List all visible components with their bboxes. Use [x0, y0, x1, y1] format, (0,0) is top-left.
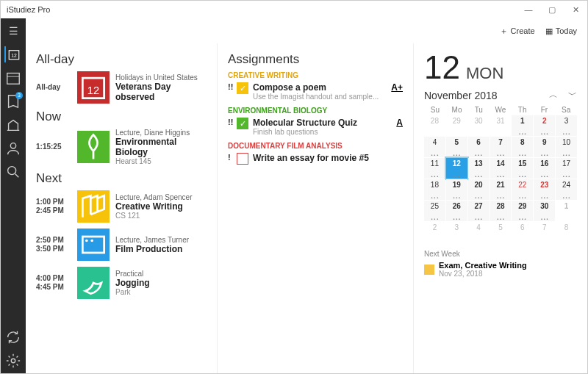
calendar-day[interactable]: 3: [446, 222, 467, 242]
course-icon: [77, 267, 110, 299]
assignment-item[interactable]: !Write an essay for movie #5: [228, 153, 403, 165]
svg-point-5: [8, 167, 16, 175]
calendar-day[interactable]: 28: [424, 115, 445, 136]
calendar-day[interactable]: 19• • •: [446, 179, 467, 200]
next-week-event[interactable]: Exam, Creative Writing Nov 23, 2018: [424, 261, 577, 278]
today-icon[interactable]: 12: [4, 46, 21, 62]
course-icon: [77, 229, 110, 261]
next-month-icon[interactable]: ﹀: [568, 89, 577, 101]
now-event[interactable]: 1:15:25 Lecture, Diane HigginsEnvironmen…: [36, 129, 207, 165]
calendar: SuMoTuWeThFrSa 282930311• • •2• • •3• • …: [424, 106, 577, 242]
calendar-day[interactable]: 10• • •: [556, 137, 577, 157]
svg-rect-10: [82, 237, 104, 253]
allday-event[interactable]: All-day 12 Holidays in United StatesVete…: [36, 71, 207, 104]
window-close[interactable]: ✕: [564, 5, 587, 15]
calendar-day[interactable]: 1• • •: [512, 115, 533, 136]
calendar-day[interactable]: 23• • •: [534, 179, 555, 200]
calendar-day[interactable]: 11• • •: [424, 158, 445, 179]
calendar-day[interactable]: 2• • •: [534, 115, 555, 136]
planner-icon[interactable]: [5, 117, 21, 133]
calendar-day[interactable]: 6: [512, 222, 533, 242]
calendar-day[interactable]: 14• • •: [490, 158, 512, 179]
sidebar: ☰ 12 3: [1, 18, 26, 374]
calendar-day[interactable]: 4: [468, 222, 490, 242]
window-maximize[interactable]: ▢: [540, 5, 564, 15]
sync-icon[interactable]: [5, 329, 21, 345]
grade[interactable]: A: [396, 118, 403, 128]
profile-icon[interactable]: [5, 140, 21, 157]
next-event[interactable]: 2:50 PM3:50 PMLecture, James TurnerFilm …: [36, 229, 207, 261]
biology-icon: [77, 131, 110, 163]
calendar-day[interactable]: 31: [490, 115, 512, 136]
big-date: 12 MON: [424, 49, 577, 86]
next-event[interactable]: 1:00 PM2:45 PMLecture, Adam SpencerCreat…: [36, 190, 207, 223]
calendar-day[interactable]: 7• • •: [490, 137, 512, 157]
section-assignments: Assignments: [228, 52, 403, 67]
prev-month-icon[interactable]: ︿: [549, 89, 558, 101]
calendar-day[interactable]: 5• • •: [446, 137, 467, 157]
calendar-day[interactable]: 17• • •: [556, 158, 577, 179]
section-allday: All-day: [36, 52, 207, 67]
calendar-day[interactable]: 24• • •: [556, 179, 577, 200]
window-minimize[interactable]: —: [517, 5, 540, 15]
calendar-day[interactable]: 12• • •: [446, 158, 467, 179]
assignment-item[interactable]: !!✓Molecular Structure QuizFinish lab qu…: [228, 118, 403, 136]
checkbox[interactable]: ✓: [237, 118, 248, 129]
calendar-day[interactable]: 15• • •: [512, 158, 533, 179]
svg-point-7: [11, 359, 15, 363]
create-button[interactable]: ＋Create: [500, 26, 535, 37]
calendar-day[interactable]: 13• • •: [468, 158, 490, 179]
next-event[interactable]: 4:00 PM4:45 PMPracticalJoggingPark: [36, 267, 207, 299]
svg-rect-2: [7, 73, 20, 84]
search-icon[interactable]: [5, 164, 21, 180]
calendar-day[interactable]: 28• • •: [490, 201, 512, 221]
calendar-day[interactable]: 6• • •: [468, 137, 490, 157]
calendar-day[interactable]: 30• • •: [534, 201, 555, 221]
settings-icon[interactable]: [5, 353, 21, 369]
calendar-day[interactable]: 7: [534, 222, 555, 242]
calendar-day[interactable]: 16• • •: [534, 158, 555, 179]
calendar-day[interactable]: 25• • •: [424, 201, 445, 221]
schedule-column: All-day All-day 12 Holidays in United St…: [26, 43, 217, 374]
toolbar: ＋Create ▦Today: [26, 18, 587, 43]
next-week-label: Next Week: [424, 250, 577, 258]
calendar-day[interactable]: 9• • •: [534, 137, 555, 157]
calendar-small-icon: ▦: [545, 26, 553, 36]
flag-icon: [424, 265, 434, 275]
calendar-day[interactable]: 5: [490, 222, 512, 242]
calendar-day[interactable]: 27• • •: [468, 201, 490, 221]
calendar-day[interactable]: 8: [556, 222, 577, 242]
menu-icon[interactable]: ☰: [5, 23, 21, 39]
assignments-icon[interactable]: 3: [5, 93, 21, 109]
calendar-day[interactable]: 30: [468, 115, 490, 136]
calendar-day[interactable]: 29: [446, 115, 467, 136]
plus-icon: ＋: [500, 26, 508, 37]
assignments-column: Assignments CREATIVE WRITING!!✓Compose a…: [217, 43, 414, 374]
calendar-day[interactable]: 18• • •: [424, 179, 445, 200]
window-titlebar: iStudiez Pro — ▢ ✕: [1, 1, 587, 18]
calendar-day[interactable]: 22• • •: [512, 179, 533, 200]
calendar-day[interactable]: 8• • •: [512, 137, 533, 157]
svg-point-4: [10, 143, 15, 148]
calendar-day[interactable]: 3• • •: [556, 115, 577, 136]
checkbox[interactable]: ✓: [237, 82, 248, 94]
month-label: November 2018: [424, 90, 498, 101]
section-now: Now: [36, 109, 207, 124]
calendar-icon[interactable]: [5, 70, 21, 86]
svg-text:12: 12: [87, 84, 99, 96]
calendar-day[interactable]: 26• • •: [446, 201, 467, 221]
grade[interactable]: A+: [391, 82, 403, 93]
calendar-day[interactable]: 2: [424, 222, 445, 242]
calendar-day[interactable]: 29• • •: [512, 201, 533, 221]
calendar-day[interactable]: 20• • •: [468, 179, 490, 200]
calendar-day[interactable]: 21• • •: [490, 179, 512, 200]
assignment-category: ENVIRONMENTAL BIOLOGY: [228, 107, 403, 115]
calendar-day[interactable]: 4• • •: [424, 137, 445, 157]
section-next: Next: [36, 171, 207, 186]
checkbox[interactable]: [237, 153, 248, 165]
assignment-item[interactable]: !!✓Compose a poemUse the Imagist handout…: [228, 82, 403, 101]
svg-point-12: [90, 240, 93, 242]
course-icon: [77, 190, 110, 223]
calendar-day[interactable]: 1: [556, 201, 577, 221]
today-button[interactable]: ▦Today: [545, 26, 577, 36]
